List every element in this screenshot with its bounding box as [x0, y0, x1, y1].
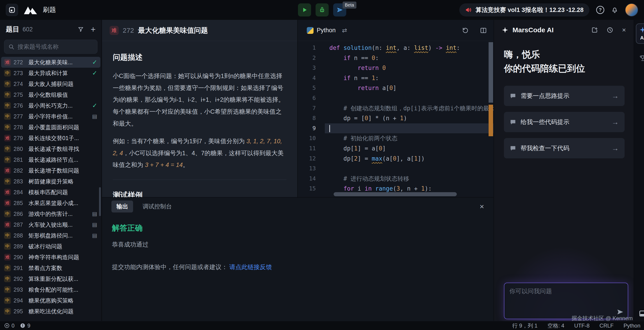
feedback-row: 提交功能内测体验中，任何问题或者建议： 请点此链接反馈 — [112, 263, 484, 271]
ai-input-box[interactable] — [504, 283, 628, 319]
panel-toggle-icon[interactable] — [639, 310, 644, 317]
problem-list-item[interactable]: 难284模板串匹配问题 — [1, 187, 100, 198]
paper-plane-icon — [336, 6, 343, 13]
add-problem-icon[interactable]: + — [91, 25, 96, 34]
main-area: 题目 602 + 难272最大化糖果美味...✓中273最大异或和计算✓中274… — [0, 20, 644, 321]
topbar-right: 算法竞技赛 vol1 3报名啦！12.23 -12.28 ? — [459, 4, 638, 16]
problem-title: 最大敌人捕获问题 — [28, 80, 97, 88]
ai-greeting: 嗨，悦乐 你的代码陪练已到位 — [494, 40, 634, 77]
language-tab[interactable]: Python — [307, 27, 336, 34]
problem-list-item[interactable]: 难290神奇字符串构造问题 — [1, 252, 100, 262]
problem-number: 285 — [14, 200, 26, 206]
ai-suggestion-card[interactable]: 给我一些代码提示→ — [504, 112, 624, 132]
code-editor[interactable]: 123456789101112131415 def solution(n: in… — [298, 41, 494, 197]
search-input[interactable] — [18, 43, 93, 50]
problem-number: 292 — [14, 276, 26, 282]
run-button[interactable] — [298, 4, 311, 16]
tab-debug-console[interactable]: 调试控制台 — [142, 202, 172, 210]
problem-title: 树苗健康提升策略 — [28, 178, 97, 185]
errors-indicator[interactable]: 0 — [4, 322, 14, 329]
problem-list-item[interactable]: 中292算珠重新分配以获... — [1, 274, 100, 284]
bug-icon — [319, 6, 326, 13]
debug-button[interactable] — [316, 4, 329, 16]
problem-list-item[interactable]: 难285水果店果篮最小成... — [1, 198, 100, 208]
new-conversation-icon[interactable] — [591, 26, 598, 34]
problem-list-item[interactable]: 中273最大异或和计算✓ — [1, 68, 100, 78]
language-mode[interactable]: Python — [624, 322, 640, 329]
problem-number: 284 — [14, 189, 26, 196]
search-icon — [8, 44, 14, 50]
problem-title: 矩形棋盘路径问... — [28, 232, 89, 239]
eol-setting[interactable]: CRLF — [600, 322, 614, 329]
problem-list-item[interactable]: 中291禁着点方案数 — [1, 262, 100, 274]
problem-list-item[interactable]: 中274最大敌人捕获问题 — [1, 78, 100, 89]
indent-setting[interactable]: 空格: 4 — [548, 322, 564, 329]
marscode-logo-icon[interactable] — [24, 5, 38, 15]
ai-suggestion-card[interactable]: 帮我检查一下代码→ — [504, 138, 624, 158]
difficulty-badge: 中 — [4, 80, 11, 87]
ai-tab-button[interactable]: AI — [636, 24, 644, 44]
ai-input[interactable] — [509, 287, 612, 315]
line-number: 1 — [298, 43, 325, 53]
problem-list-item[interactable]: 中288矩形棋盘路径问...▤ — [1, 230, 100, 241]
problem-list-item[interactable]: 中283树苗健康提升策略 — [1, 176, 100, 187]
ai-suggestion-card[interactable]: 需要一点思路提示→ — [504, 86, 624, 106]
split-view-icon[interactable] — [480, 27, 487, 34]
help-icon[interactable]: ? — [596, 6, 604, 14]
filter-icon[interactable] — [78, 26, 84, 32]
warnings-indicator[interactable]: 9 — [20, 322, 30, 329]
history-icon[interactable] — [606, 26, 613, 34]
problem-count: 602 — [22, 26, 33, 33]
note-icon: ▤ — [92, 113, 97, 120]
cursor-position[interactable]: 行 9，列 1 — [512, 322, 538, 329]
problem-list-item[interactable]: 难279最长连续交替01子... — [1, 133, 100, 144]
editor-scrollbar-thumb[interactable] — [488, 42, 493, 103]
tab-output[interactable]: 输出 — [112, 200, 133, 212]
encoding[interactable]: UTF-8 — [574, 322, 590, 329]
divider — [113, 180, 286, 180]
problem-list-item[interactable]: 中294糖果优惠购买策略 — [1, 295, 100, 306]
problem-list-item[interactable]: 中295糖果吃法优化问题 — [1, 306, 100, 317]
problem-list-item[interactable]: 难272最大化糖果美味...✓ — [1, 57, 100, 68]
close-output-icon[interactable]: × — [480, 202, 484, 210]
problem-list-item[interactable]: 中277最小字符串价值...▤ — [1, 111, 100, 122]
ai-tab-label: AI — [640, 35, 644, 41]
switch-language-icon[interactable]: ⇄ — [342, 27, 347, 34]
bell-icon[interactable] — [611, 6, 618, 14]
problem-list-item[interactable]: 中280最长递减子数组寻找 — [1, 144, 100, 154]
line-number: 10 — [298, 133, 325, 144]
ide-logo-icon[interactable] — [6, 4, 18, 16]
highlight-value: 3 + 7 + 4 = 14 — [145, 162, 183, 168]
reset-code-icon[interactable] — [462, 27, 469, 34]
language-label: Python — [317, 27, 336, 34]
line-number: 2 — [298, 53, 325, 63]
ai-sparkle-icon — [639, 26, 644, 33]
sidebar-scrollbar[interactable] — [99, 187, 101, 216]
code-line: # 初始化前两个状态 — [325, 133, 494, 144]
search-box[interactable] — [4, 40, 98, 54]
problem-list-item[interactable]: 难282最长递增子数组问题 — [1, 165, 100, 176]
problem-list-item[interactable]: 中286游戏中的伤害计...▤ — [1, 208, 100, 219]
problem-number: 274 — [14, 81, 26, 87]
marscode-ai-icon — [502, 26, 508, 34]
problem-list-item[interactable]: 难287火车驶入驶出顺...▤ — [1, 219, 100, 230]
problem-title: 水果店果篮最小成... — [28, 200, 97, 207]
contest-icon[interactable] — [639, 54, 644, 62]
close-ai-icon[interactable]: × — [622, 26, 626, 34]
difficulty-badge: 中 — [4, 297, 11, 304]
editor-horizontal-scrollbar[interactable] — [334, 192, 457, 196]
problem-list-item[interactable]: 中278最小覆盖圆面积问题 — [1, 122, 100, 133]
problem-list-item[interactable]: 中293粮食分配的可能性... — [1, 284, 100, 295]
problem-title: 最长递减子数组寻找 — [28, 145, 97, 153]
difficulty-badge: 中 — [4, 146, 11, 152]
problem-list-item[interactable]: 中289破冰行动问题 — [1, 241, 100, 252]
problem-list-item[interactable]: 中276最小周长巧克力...✓ — [1, 100, 100, 111]
avatar[interactable] — [625, 4, 638, 16]
problem-list-item[interactable]: 中275最小化数组极值 — [1, 89, 100, 100]
line-number: 8 — [298, 113, 325, 124]
problem-list-item[interactable]: 中281最长递减路径节点... — [1, 154, 100, 165]
solved-check-icon: ✓ — [92, 59, 97, 66]
warnings-count: 9 — [27, 322, 30, 329]
feedback-link[interactable]: 请点此链接反馈 — [230, 264, 272, 270]
announcement-banner[interactable]: 算法竞技赛 vol1 3报名啦！12.23 -12.28 — [459, 4, 590, 16]
